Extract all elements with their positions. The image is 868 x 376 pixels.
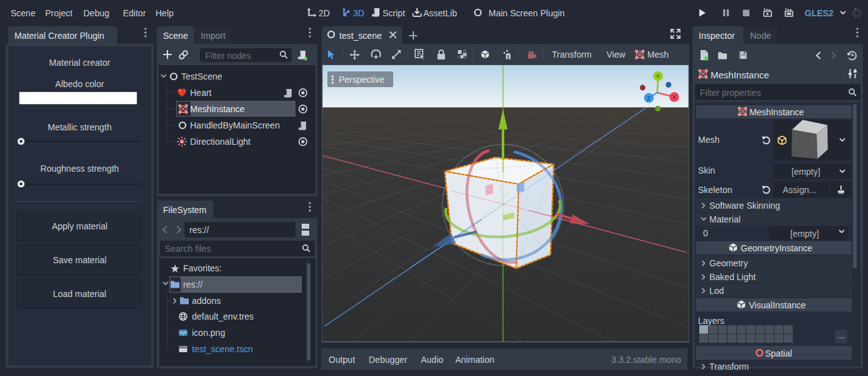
svg-text:Z: Z bbox=[647, 95, 651, 102]
svg-text:X: X bbox=[672, 93, 677, 100]
svg-text:Y: Y bbox=[656, 73, 660, 80]
